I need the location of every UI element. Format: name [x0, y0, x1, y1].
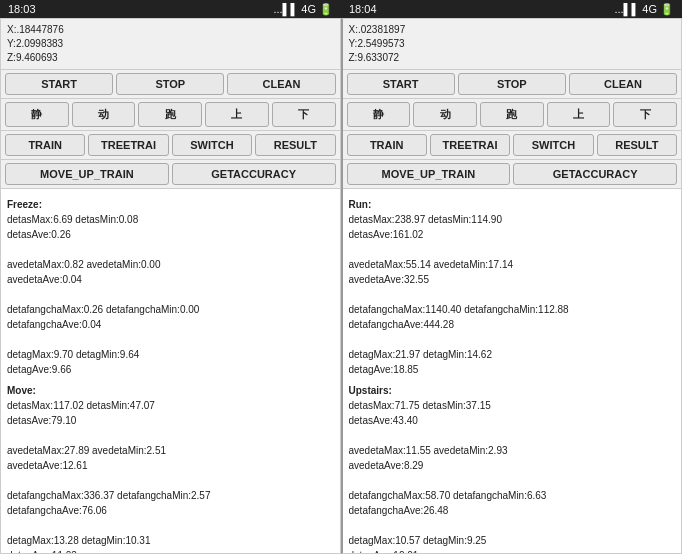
right-section-upstairs: Upstairs: detasMax:71.75 detasMin:37.15 … — [349, 383, 676, 553]
right-panel: X:.02381897 Y:2.5499573 Z:9.633072 START… — [341, 18, 683, 554]
left-move-button[interactable]: 动 — [72, 102, 136, 127]
left-freeze-line-10: detagAve:9.66 — [7, 362, 334, 377]
left-btn-row3: TRAIN TREETRAI SWITCH RESULT — [1, 131, 340, 160]
left-move-line-1: detasAve:79.10 — [7, 413, 334, 428]
left-data-area: Freeze: detasMax:6.69 detasMin:0.08 deta… — [1, 189, 340, 553]
left-move-line-4: avedetaAve:12.61 — [7, 458, 334, 473]
signal-left: ...▌▌ 4G 🔋 — [273, 3, 333, 16]
right-move-button[interactable]: 动 — [413, 102, 477, 127]
right-run-button[interactable]: 跑 — [480, 102, 544, 127]
status-bar-right-time: 18:04 — [341, 0, 512, 18]
left-freeze-line-2 — [7, 242, 334, 257]
right-static-button[interactable]: 静 — [347, 102, 411, 127]
left-freeze-line-7: detafangchaAve:0.04 — [7, 317, 334, 332]
right-coords: X:.02381897 Y:2.5499573 Z:9.633072 — [343, 19, 682, 70]
status-bar-left: 18:03 — [0, 0, 171, 18]
right-upstairs-label: Upstairs: — [349, 383, 676, 398]
right-run-line-7: detafangchaAve:444.28 — [349, 317, 676, 332]
left-freeze-line-1: detasAve:0.26 — [7, 227, 334, 242]
right-run-line-5 — [349, 287, 676, 302]
right-btn-row2: 静 动 跑 上 下 — [343, 99, 682, 131]
right-run-line-4: avedetaAve:32.55 — [349, 272, 676, 287]
right-upstairs-line-8 — [349, 518, 676, 533]
right-section-run: Run: detasMax:238.97 detasMin:114.90 det… — [349, 197, 676, 377]
left-coord-y: Y:2.0998383 — [7, 37, 334, 51]
right-upstairs-line-3: avedetaMax:11.55 avedetaMin:2.93 — [349, 443, 676, 458]
left-move-line-2 — [7, 428, 334, 443]
left-coords: X:.18447876 Y:2.0998383 Z:9.460693 — [1, 19, 340, 70]
right-upstairs-line-9: detagMax:10.57 detagMin:9.25 — [349, 533, 676, 548]
left-move-line-7: detafangchaAve:76.06 — [7, 503, 334, 518]
left-freeze-line-0: detasMax:6.69 detasMin:0.08 — [7, 212, 334, 227]
right-coord-z: Z:9.633072 — [349, 51, 676, 65]
left-treetrai-button[interactable]: TREETRAI — [88, 134, 168, 156]
left-panel: X:.18447876 Y:2.0998383 Z:9.460693 START… — [0, 18, 341, 554]
left-result-button[interactable]: RESULT — [255, 134, 335, 156]
right-result-button[interactable]: RESULT — [597, 134, 677, 156]
status-bar-right-icons-left: ...▌▌ 4G 🔋 — [171, 0, 342, 18]
right-train-button[interactable]: TRAIN — [347, 134, 427, 156]
right-run-line-10: detagAve:18.85 — [349, 362, 676, 377]
right-upstairs-line-1: detasAve:43.40 — [349, 413, 676, 428]
left-getaccuracy-button[interactable]: GETACCURACY — [172, 163, 336, 185]
left-btn-row4: MOVE_UP_TRAIN GETACCURACY — [1, 160, 340, 189]
right-upstairs-line-4: avedetaAve:8.29 — [349, 458, 676, 473]
right-btn-row3: TRAIN TREETRAI SWITCH RESULT — [343, 131, 682, 160]
left-move-label: Move: — [7, 383, 334, 398]
right-getaccuracy-button[interactable]: GETACCURACY — [513, 163, 677, 185]
left-move-line-0: detasMax:117.02 detasMin:47.07 — [7, 398, 334, 413]
left-move-line-6: detafangchaMax:336.37 detafangchaMin:2.5… — [7, 488, 334, 503]
right-clean-button[interactable]: CLEAN — [569, 73, 677, 95]
right-run-line-3: avedetaMax:55.14 avedetaMin:17.14 — [349, 257, 676, 272]
left-section-move: Move: detasMax:117.02 detasMin:47.07 det… — [7, 383, 334, 553]
left-move-line-5 — [7, 473, 334, 488]
right-stop-button[interactable]: STOP — [458, 73, 566, 95]
left-freeze-label: Freeze: — [7, 197, 334, 212]
left-moveuptrain-button[interactable]: MOVE_UP_TRAIN — [5, 163, 169, 185]
right-upstairs-line-7: detafangchaAve:26.48 — [349, 503, 676, 518]
right-moveuptrain-button[interactable]: MOVE_UP_TRAIN — [347, 163, 511, 185]
right-run-label: Run: — [349, 197, 676, 212]
right-up-button[interactable]: 上 — [547, 102, 611, 127]
left-move-line-3: avedetaMax:27.89 avedetaMin:2.51 — [7, 443, 334, 458]
time-right: 18:04 — [349, 3, 377, 15]
right-start-button[interactable]: START — [347, 73, 455, 95]
left-static-button[interactable]: 静 — [5, 102, 69, 127]
left-start-button[interactable]: START — [5, 73, 113, 95]
right-treetrai-button[interactable]: TREETRAI — [430, 134, 510, 156]
signal-right: ...▌▌ 4G 🔋 — [614, 3, 674, 16]
right-btn-row4: MOVE_UP_TRAIN GETACCURACY — [343, 160, 682, 189]
left-section-freeze: Freeze: detasMax:6.69 detasMin:0.08 deta… — [7, 197, 334, 377]
right-down-button[interactable]: 下 — [613, 102, 677, 127]
left-freeze-line-5 — [7, 287, 334, 302]
left-move-line-9: detagMax:13.28 detagMin:10.31 — [7, 533, 334, 548]
left-move-line-8 — [7, 518, 334, 533]
right-upstairs-line-0: detasMax:71.75 detasMin:37.15 — [349, 398, 676, 413]
left-run-button[interactable]: 跑 — [138, 102, 202, 127]
time-left: 18:03 — [8, 3, 36, 15]
right-switch-button[interactable]: SWITCH — [513, 134, 593, 156]
right-run-line-1: detasAve:161.02 — [349, 227, 676, 242]
right-btn-row1: START STOP CLEAN — [343, 70, 682, 99]
right-run-line-2 — [349, 242, 676, 257]
left-stop-button[interactable]: STOP — [116, 73, 224, 95]
right-coord-x: X:.02381897 — [349, 23, 676, 37]
left-move-line-10: detagAve:11.03 — [7, 548, 334, 553]
left-freeze-line-8 — [7, 332, 334, 347]
left-coord-x: X:.18447876 — [7, 23, 334, 37]
right-run-line-8 — [349, 332, 676, 347]
right-data-area: Run: detasMax:238.97 detasMin:114.90 det… — [343, 189, 682, 553]
right-run-line-0: detasMax:238.97 detasMin:114.90 — [349, 212, 676, 227]
left-switch-button[interactable]: SWITCH — [172, 134, 252, 156]
right-upstairs-line-10: detagAve:10.01 — [349, 548, 676, 553]
left-up-button[interactable]: 上 — [205, 102, 269, 127]
right-upstairs-line-5 — [349, 473, 676, 488]
left-clean-button[interactable]: CLEAN — [227, 73, 335, 95]
left-coord-z: Z:9.460693 — [7, 51, 334, 65]
right-upstairs-line-2 — [349, 428, 676, 443]
right-run-line-6: detafangchaMax:1140.40 detafangchaMin:11… — [349, 302, 676, 317]
left-down-button[interactable]: 下 — [272, 102, 336, 127]
left-freeze-line-9: detagMax:9.70 detagMin:9.64 — [7, 347, 334, 362]
left-freeze-line-4: avedetaAve:0.04 — [7, 272, 334, 287]
left-train-button[interactable]: TRAIN — [5, 134, 85, 156]
